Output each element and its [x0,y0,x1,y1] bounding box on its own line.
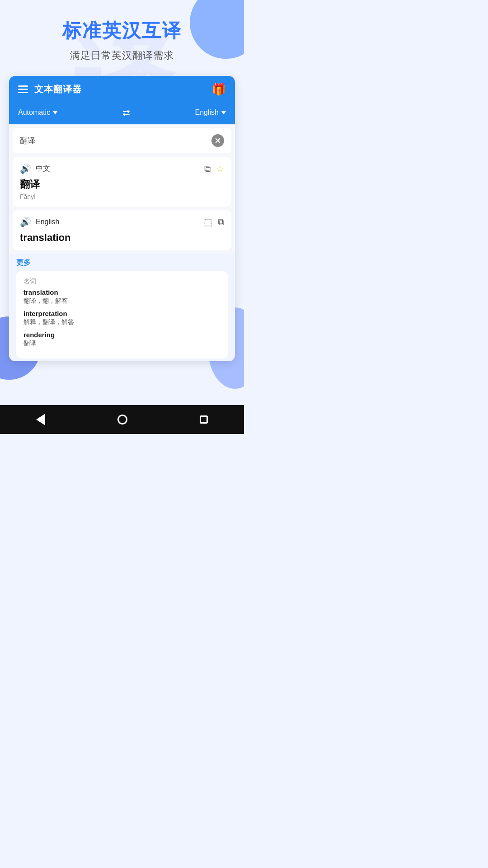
chinese-lang-label: 中文 [36,164,50,174]
word-entry-1: interpretation [23,310,221,317]
language-bar: Automatic ⇄ English [9,103,235,124]
swap-languages-button[interactable]: ⇄ [122,107,130,118]
source-lang-label: Automatic [18,108,50,117]
chinese-result-card: 🔊 中文 ⧉ ☆ 翻译 Fānyì [13,157,231,207]
word-meaning-2: 翻译 [23,340,221,348]
target-lang-label: English [195,108,219,117]
chinese-result-actions: ⧉ ☆ [204,163,224,174]
input-text[interactable]: 翻译 [20,136,35,146]
chinese-result-word: 翻译 [20,178,224,191]
open-icon[interactable]: ⬚ [204,217,212,227]
word-meaning-0: 翻译，翻，解答 [23,297,221,305]
english-copy-icon[interactable]: ⧉ [218,217,224,227]
header-section: 标准英汉互译 满足日常英汉翻译需求 [0,0,244,76]
word-meaning-1: 解释，翻译，解答 [23,318,221,326]
target-lang-arrow [221,111,226,114]
gift-icon[interactable]: 🎁 [211,82,226,96]
more-label: 更多 [16,258,228,268]
pos-label: 名词 [23,278,221,286]
toolbar: 文本翻译器 🎁 [9,76,235,103]
star-icon[interactable]: ☆ [216,163,224,174]
header-title: 标准英汉互译 [9,18,235,43]
nav-back-button[interactable] [36,414,45,425]
more-section: 更多 名词 translation 翻译，翻，解答 interpretation… [9,254,235,361]
chinese-lang-info: 🔊 中文 [20,163,50,174]
english-speaker-icon[interactable]: 🔊 [20,217,31,227]
more-content: 名词 translation 翻译，翻，解答 interpretation 解释… [16,271,228,359]
toolbar-left: 文本翻译器 [18,83,82,95]
source-lang-arrow [53,111,57,114]
english-result-word: translation [20,232,224,244]
english-result-actions: ⬚ ⧉ [204,217,224,227]
chinese-result-header: 🔊 中文 ⧉ ☆ [20,163,224,174]
chinese-result-pinyin: Fānyì [20,193,224,200]
hamburger-icon[interactable] [18,85,28,93]
clear-button[interactable] [211,134,224,147]
app-card: 文本翻译器 🎁 Automatic ⇄ English 翻译 🔊 中文 ⧉ ☆ [9,76,235,361]
source-lang-button[interactable]: Automatic [18,108,57,117]
home-icon [117,415,127,425]
header-subtitle: 满足日常英汉翻译需求 [9,49,235,62]
copy-icon[interactable]: ⧉ [204,164,211,174]
nav-home-button[interactable] [117,415,127,425]
english-result-card: 🔊 English ⬚ ⧉ translation [13,210,231,250]
back-icon [36,414,45,425]
toolbar-title: 文本翻译器 [34,83,82,95]
input-section: 翻译 [13,128,231,153]
target-lang-button[interactable]: English [195,108,226,117]
chinese-speaker-icon[interactable]: 🔊 [20,163,31,174]
english-lang-label: English [36,218,59,226]
recents-icon [200,415,208,424]
word-entry-0: translation [23,288,221,296]
word-entry-2: rendering [23,331,221,339]
english-result-header: 🔊 English ⬚ ⧉ [20,217,224,227]
english-lang-info: 🔊 English [20,217,59,227]
bottom-nav [0,405,244,434]
nav-recents-button[interactable] [200,415,208,424]
